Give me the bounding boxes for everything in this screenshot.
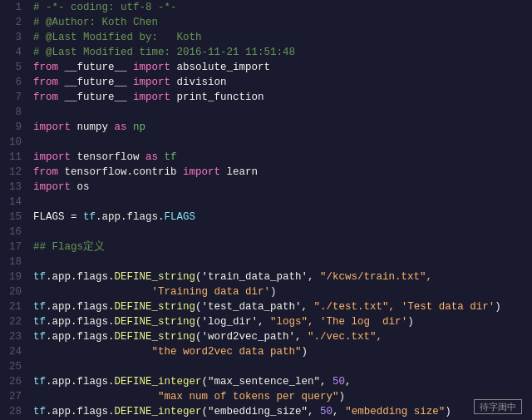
code-token: tensorflow <box>71 151 145 163</box>
code-token: .app.flags. <box>46 376 115 388</box>
code-token: .app.flags. <box>46 271 115 283</box>
code-token: DEFINE_integer <box>115 376 202 388</box>
code-token: import <box>33 121 71 133</box>
code-token: import <box>183 166 220 178</box>
code-line: "max num of tokens per query") <box>33 389 532 404</box>
code-token: from <box>33 77 58 88</box>
code-token: "max num of tokens per query" <box>158 391 339 403</box>
line-number: 5 <box>15 60 22 75</box>
code-token: ('test_data_path', <box>195 301 308 313</box>
code-token: ) <box>495 301 501 313</box>
code-line: FLAGS = tf.app.flags.FLAGS <box>33 210 532 225</box>
code-token: ("embedding_size", <box>202 406 314 418</box>
code-token: # @Last Modified by: Koth <box>33 32 202 43</box>
code-token: "logs", <box>264 316 314 328</box>
code-line: "the word2vec data path") <box>33 344 532 359</box>
code-token <box>33 286 152 298</box>
code-token: "./vec.txt", <box>302 331 383 343</box>
code-token: as <box>115 121 127 133</box>
line-number: 17 <box>9 240 22 254</box>
code-token: as <box>145 151 158 163</box>
line-number: 27 <box>9 389 22 404</box>
code-token: tf <box>33 406 46 418</box>
code-token: learn <box>220 166 258 178</box>
watermark-text: 待字闺中 <box>474 399 522 414</box>
code-token: "/kcws/train.txt", <box>314 271 433 283</box>
code-line: 'Training data dir') <box>33 284 532 299</box>
code-token: tf <box>33 331 46 343</box>
line-number: 22 <box>9 314 22 329</box>
code-token: np <box>127 121 146 133</box>
code-token: import <box>133 62 170 73</box>
code-token: import <box>133 91 170 103</box>
code-token: "embedding size" <box>339 406 446 418</box>
code-line: from tensorflow.contrib import learn <box>33 165 532 180</box>
line-number: 3 <box>15 30 22 45</box>
code-token: ('word2vec_path', <box>195 331 302 343</box>
code-token: tf <box>33 376 46 388</box>
code-token: "the word2vec data path" <box>152 346 302 358</box>
line-number: 23 <box>9 329 22 344</box>
code-token: tf <box>83 211 96 223</box>
line-number: 7 <box>15 90 22 105</box>
code-token: numpy <box>71 121 115 133</box>
line-number: 10 <box>9 135 22 150</box>
line-number: 19 <box>9 269 22 284</box>
code-token: .app.flags. <box>46 406 115 418</box>
code-token: print_function <box>170 91 264 103</box>
code-token: tf <box>33 316 46 328</box>
code-token: ) <box>407 316 414 328</box>
code-token: from <box>33 91 58 103</box>
code-content: # -*- coding: utf-8 -*-# @Author: Koth C… <box>27 0 532 420</box>
code-token: , <box>332 406 339 418</box>
line-number: 28 <box>9 404 22 419</box>
code-token: ## Flags定义 <box>33 241 105 253</box>
code-area: 1234567891011121314151617181920212223242… <box>0 0 532 420</box>
code-line <box>33 254 532 269</box>
code-line <box>33 195 532 210</box>
code-line: tf.app.flags.DEFINE_string('train_data_p… <box>33 269 532 284</box>
line-number: 21 <box>9 299 22 314</box>
code-token: , <box>345 376 352 388</box>
code-token: DEFINE_string <box>115 316 196 328</box>
code-token: # @Author: Koth Chen <box>33 17 158 28</box>
code-editor: 1234567891011121314151617181920212223242… <box>0 0 532 420</box>
code-token: 'The log dir' <box>320 316 407 328</box>
code-token: from <box>33 166 58 178</box>
code-token: .app.flags. <box>46 316 115 328</box>
code-token: tf <box>33 301 46 313</box>
code-token: ) <box>445 406 451 418</box>
code-token: .app.flags. <box>46 331 115 343</box>
code-token: tensorflow.contrib <box>58 166 183 178</box>
code-token: .app.flags. <box>96 211 165 223</box>
code-token <box>33 391 158 403</box>
line-number: 25 <box>9 359 22 374</box>
line-number: 11 <box>9 150 22 165</box>
line-number: 1 <box>15 0 22 15</box>
code-token: import <box>133 77 170 88</box>
code-token: DEFINE_string <box>115 271 196 283</box>
code-line: import os <box>33 180 532 195</box>
code-token: = <box>65 211 84 223</box>
code-line: from __future__ import print_function <box>33 90 532 105</box>
code-line: # @Last Modified by: Koth <box>33 30 532 45</box>
code-line: from __future__ import absolute_import <box>33 60 532 75</box>
line-number: 14 <box>9 195 22 210</box>
code-token <box>314 316 321 328</box>
code-line <box>33 105 532 120</box>
code-line: tf.app.flags.DEFINE_string('test_data_pa… <box>33 299 532 314</box>
line-number: 26 <box>9 374 22 389</box>
code-token: ('log_dir', <box>195 316 264 328</box>
code-line <box>33 135 532 150</box>
line-number: 16 <box>9 225 22 240</box>
code-token: __future__ <box>58 77 133 88</box>
code-token: import <box>33 181 71 193</box>
code-token: tf <box>33 271 46 283</box>
line-number: 4 <box>15 45 22 60</box>
code-line: # @Author: Koth Chen <box>33 15 532 30</box>
code-line: # -*- coding: utf-8 -*- <box>33 0 532 15</box>
code-line: import numpy as np <box>33 120 532 135</box>
code-token: tf <box>158 151 177 163</box>
code-token: division <box>170 77 227 88</box>
code-token: "./test.txt", <box>308 301 395 313</box>
